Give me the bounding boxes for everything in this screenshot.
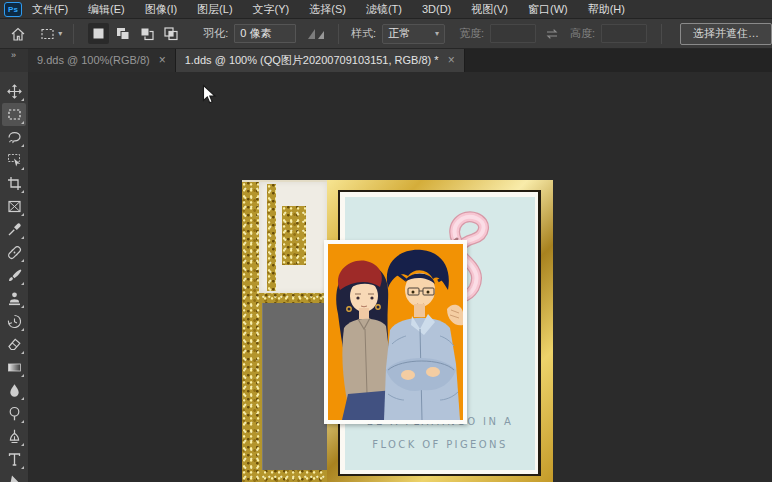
height-input[interactable] [601, 24, 647, 43]
gradient-icon [6, 359, 23, 376]
tool-path-selection[interactable] [2, 471, 26, 482]
tool-history-brush[interactable] [2, 310, 26, 333]
tool-brush[interactable] [2, 264, 26, 287]
menu-edit[interactable]: 编辑(E) [78, 0, 135, 18]
anti-alias-triangles-icon [306, 27, 330, 41]
open-document-image[interactable]: BE A FLAMINGO IN A FLOCK OF PIGEONS [242, 180, 553, 482]
select-and-mask-button[interactable]: 选择并遮住… [680, 23, 772, 45]
menu-select[interactable]: 选择(S) [299, 0, 356, 18]
brush-icon [6, 267, 23, 284]
tool-eraser[interactable] [2, 333, 26, 356]
feather-input[interactable] [234, 24, 296, 43]
clone-stamp-icon [6, 290, 23, 307]
menu-image[interactable]: 图像(I) [135, 0, 187, 18]
tool-type[interactable] [2, 448, 26, 471]
gold-stripe-inlay [267, 184, 276, 291]
style-label: 样式: [351, 26, 376, 41]
height-label: 高度: [570, 26, 595, 41]
eraser-icon [6, 336, 23, 353]
path-selection-arrow-icon [6, 474, 23, 482]
tab-document-1dds[interactable]: 1.dds @ 100% (QQ图片20200709103151, RGB/8)… [176, 48, 465, 72]
tool-rectangular-marquee[interactable] [2, 103, 26, 126]
tool-blur[interactable] [2, 379, 26, 402]
menu-file[interactable]: 文件(F) [22, 0, 78, 18]
menu-help[interactable]: 帮助(H) [578, 0, 635, 18]
swap-width-height-button[interactable] [544, 27, 560, 41]
tool-crop[interactable] [2, 172, 26, 195]
menu-bar: Ps 文件(F) 编辑(E) 图像(I) 图层(L) 文字(Y) 选择(S) 滤… [0, 0, 772, 19]
healing-brush-icon [6, 244, 23, 261]
menu-3d[interactable]: 3D(D) [412, 0, 461, 18]
menu-view[interactable]: 视图(V) [461, 0, 518, 18]
new-selection-icon [91, 26, 106, 41]
selection-mode-group [88, 23, 181, 44]
home-button[interactable] [8, 23, 27, 45]
home-icon [10, 26, 26, 42]
toolbar-expand-button[interactable]: » [0, 48, 28, 72]
menu-filter[interactable]: 滤镜(T) [356, 0, 412, 18]
subtract-selection-icon [139, 26, 155, 41]
close-tab-icon[interactable]: × [159, 53, 166, 67]
tool-spot-healing-brush[interactable] [2, 241, 26, 264]
object-selection-icon [6, 152, 23, 169]
add-to-selection-button[interactable] [112, 23, 133, 44]
document-tab-bar: 9.dds @ 100%(RGB/8) × 1.dds @ 100% (QQ图片… [28, 48, 772, 72]
crop-icon [6, 175, 23, 192]
rectangular-marquee-icon [6, 106, 23, 123]
eyedropper-icon [6, 221, 23, 238]
tool-eyedropper[interactable] [2, 218, 26, 241]
photoshop-logo-icon[interactable]: Ps [4, 2, 22, 17]
intersect-selection-icon [163, 26, 179, 41]
tool-move[interactable] [2, 80, 26, 103]
options-separator [661, 24, 662, 44]
feather-label: 羽化: [203, 26, 228, 41]
options-separator [73, 24, 74, 44]
couple-photo-layer[interactable] [324, 240, 467, 424]
options-separator [338, 24, 339, 44]
lasso-icon [6, 129, 23, 146]
dodge-icon [6, 405, 23, 422]
close-tab-icon[interactable]: × [448, 53, 455, 67]
menu-type[interactable]: 文字(Y) [243, 0, 300, 18]
canvas-area[interactable]: BE A FLAMINGO IN A FLOCK OF PIGEONS [28, 72, 772, 482]
tool-pen[interactable] [2, 425, 26, 448]
marquee-preset-icon [40, 27, 55, 41]
couple-illustration [328, 244, 463, 420]
mouse-cursor [202, 84, 217, 105]
move-icon [6, 83, 23, 100]
tool-dodge[interactable] [2, 402, 26, 425]
new-selection-button[interactable] [88, 23, 109, 44]
tool-preset-dropdown[interactable]: ▾ [37, 25, 65, 43]
style-dropdown[interactable]: 正常 ▾ [382, 24, 445, 44]
gray-rectangle [262, 303, 327, 470]
tool-object-selection[interactable] [2, 149, 26, 172]
width-label: 宽度: [459, 26, 484, 41]
tools-panel [0, 72, 29, 482]
history-brush-icon [6, 313, 23, 330]
gold-rectangle-inlay [282, 206, 306, 265]
intersect-selection-button[interactable] [160, 23, 181, 44]
menu-layer[interactable]: 图层(L) [187, 0, 242, 18]
subtract-from-selection-button[interactable] [136, 23, 157, 44]
chevron-down-icon: ▾ [58, 29, 62, 38]
width-input[interactable] [490, 24, 536, 43]
type-tool-icon [6, 451, 23, 468]
style-value: 正常 [388, 26, 410, 41]
photoshop-window: Ps 文件(F) 编辑(E) 图像(I) 图层(L) 文字(Y) 选择(S) 滤… [0, 0, 772, 482]
frame-icon [6, 198, 23, 215]
poster-caption-line2: FLOCK OF PIGEONS [345, 433, 535, 456]
tool-lasso[interactable] [2, 126, 26, 149]
swap-arrows-icon [544, 27, 560, 41]
add-selection-icon [115, 26, 131, 41]
pen-icon [6, 428, 23, 445]
menu-window[interactable]: 窗口(W) [518, 0, 578, 18]
tool-clone-stamp[interactable] [2, 287, 26, 310]
tab-title: 1.dds @ 100% (QQ图片20200709103151, RGB/8)… [185, 53, 439, 68]
chevron-down-icon: ▾ [435, 29, 439, 38]
blur-drop-icon [6, 382, 23, 399]
tool-options-bar: ▾ [0, 19, 772, 49]
tool-frame[interactable] [2, 195, 26, 218]
anti-alias-icon[interactable] [306, 27, 330, 41]
tool-gradient[interactable] [2, 356, 26, 379]
tab-document-9dds[interactable]: 9.dds @ 100%(RGB/8) × [28, 48, 176, 72]
